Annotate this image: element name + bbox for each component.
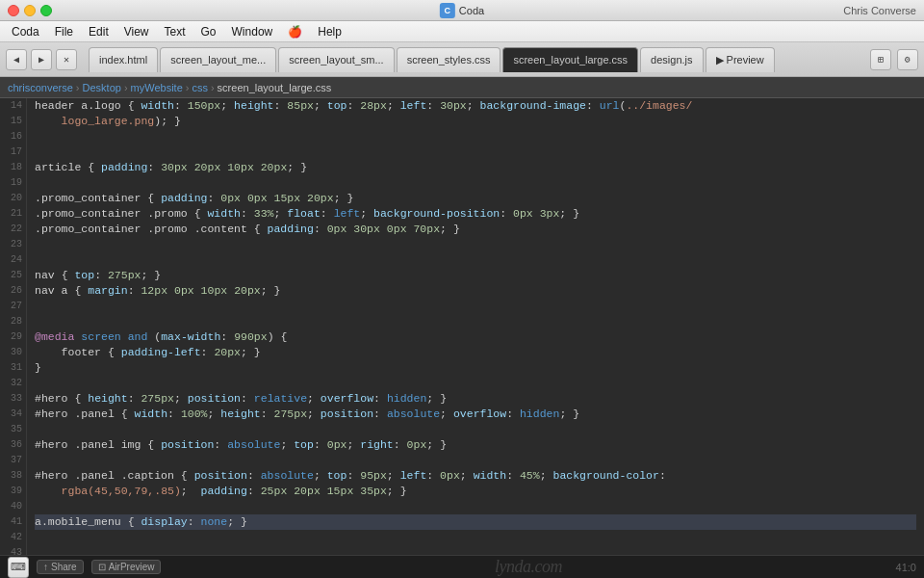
line-num-16: 16 (0, 129, 22, 144)
toolbar: ◀ ▶ ✕ index.html screen_layout_me... scr… (0, 42, 924, 77)
tab-screen-layout-sm[interactable]: screen_layout_sm... (278, 47, 394, 72)
forward-button[interactable]: ▶ (31, 49, 52, 70)
code-line-42 (35, 530, 916, 545)
line-num-14: 14 (0, 98, 22, 114)
traffic-lights (8, 5, 52, 16)
menu-go[interactable]: Go (193, 23, 224, 40)
line-num-25: 25 (0, 268, 22, 283)
menu-view[interactable]: View (116, 23, 157, 40)
line-num-40: 40 (0, 499, 22, 514)
menu-apple[interactable]: 🍎 (280, 23, 310, 40)
menu-window[interactable]: Window (224, 23, 281, 40)
line-num-33: 33 (0, 391, 22, 407)
code-line-14: header a.logo { width: 150px; height: 85… (35, 98, 916, 114)
airpreview-icon: ⊡ (98, 562, 106, 572)
code-line-34: #hero .panel { width: 100%; height: 275p… (35, 407, 916, 422)
tab-screen-styles[interactable]: screen_styles.css (397, 47, 501, 72)
code-line-20: .promo_container { padding: 0px 0px 15px… (35, 191, 916, 206)
code-line-37 (35, 453, 916, 468)
code-line-25: nav { top: 275px; } (35, 268, 916, 283)
tabs-row: index.html screen_layout_me... screen_la… (89, 47, 866, 72)
code-line-22: .promo_container .promo .content { paddi… (35, 222, 916, 237)
settings-button[interactable]: ⚙ (897, 49, 918, 70)
code-line-33: #hero { height: 275px; position: relativ… (35, 391, 916, 407)
code-line-28 (35, 314, 916, 329)
airpreview-label: AirPreview (109, 562, 155, 572)
app-title: C Coda (440, 3, 484, 18)
line-num-26: 26 (0, 283, 22, 299)
toolbar-right: ⊞ ⚙ (870, 49, 918, 70)
code-line-35 (35, 422, 916, 437)
app-icon: C (440, 3, 455, 18)
breadcrumb-css[interactable]: css (192, 82, 208, 93)
code-line-41: a.mobile_menu { display: none; } (35, 514, 916, 530)
line-num-37: 37 (0, 453, 22, 468)
minimize-button[interactable] (24, 5, 36, 16)
line-column: 41:0 (896, 562, 916, 573)
line-num-28: 28 (0, 314, 22, 329)
menu-help[interactable]: Help (310, 23, 349, 40)
code-line-36: #hero .panel img { position: absolute; t… (35, 437, 916, 453)
close-tab-button[interactable]: ✕ (56, 49, 77, 70)
line-num-38: 38 (0, 468, 22, 484)
code-line-40 (35, 499, 916, 514)
line-num-27: 27 (0, 299, 22, 314)
tab-preview[interactable]: ▶ Preview (706, 47, 775, 72)
editor-area[interactable]: 14 15 16 17 18 19 20 21 22 23 24 25 26 2… (0, 98, 924, 555)
menu-file[interactable]: File (47, 23, 81, 40)
breadcrumb-sep-4: › (211, 82, 215, 93)
breadcrumb-desktop[interactable]: Desktop (83, 82, 121, 93)
tab-label: screen_layout_me... (170, 54, 266, 66)
tab-label: screen_styles.css (407, 54, 491, 66)
menu-edit[interactable]: Edit (81, 23, 116, 40)
code-line-30: footer { padding-left: 20px; } (35, 345, 916, 360)
code-line-18: article { padding: 30px 20px 10px 20px; … (35, 160, 916, 175)
share-button[interactable]: ↑ Share (37, 560, 84, 574)
status-left: ⌨ ↑ Share ⊡ AirPreview (8, 557, 161, 578)
menu-coda[interactable]: Coda (4, 23, 47, 40)
line-numbers: 14 15 16 17 18 19 20 21 22 23 24 25 26 2… (0, 98, 27, 555)
code-line-16 (35, 129, 916, 144)
maximize-button[interactable] (40, 5, 52, 16)
code-line-26: nav a { margin: 12px 0px 10px 20px; } (35, 283, 916, 299)
menu-bar: Coda File Edit View Text Go Window 🍎 Hel… (0, 21, 924, 42)
line-num-43: 43 (0, 545, 22, 555)
code-line-23 (35, 237, 916, 252)
tab-screen-layout-me[interactable]: screen_layout_me... (160, 47, 276, 72)
code-line-24 (35, 252, 916, 268)
code-line-15: logo_large.png); } (35, 114, 916, 129)
airpreview-button[interactable]: ⊡ AirPreview (91, 560, 162, 574)
line-num-39: 39 (0, 484, 22, 499)
tab-label: screen_layout_sm... (289, 54, 383, 66)
title-bar: C Coda Chris Converse (0, 0, 924, 21)
code-line-31: } (35, 360, 916, 376)
tab-label: design.js (651, 54, 692, 66)
tab-design-js[interactable]: design.js (640, 47, 703, 72)
code-line-17 (35, 144, 916, 160)
line-num-17: 17 (0, 144, 22, 160)
tab-label: screen_layout_large.css (513, 54, 628, 66)
tab-index-html[interactable]: index.html (89, 47, 158, 72)
line-num-15: 15 (0, 114, 22, 129)
code-line-27 (35, 299, 916, 314)
terminal-icon[interactable]: ⌨ (8, 557, 29, 578)
menu-text[interactable]: Text (157, 23, 193, 40)
breadcrumb-sep-3: › (186, 82, 190, 93)
line-num-21: 21 (0, 206, 22, 222)
line-num-29: 29 (0, 329, 22, 345)
line-num-36: 36 (0, 437, 22, 453)
line-num-22: 22 (0, 222, 22, 237)
back-button[interactable]: ◀ (6, 49, 27, 70)
breadcrumb-bar: chrisconverse › Desktop › myWebsite › cs… (0, 77, 924, 98)
resize-button[interactable]: ⊞ (870, 49, 891, 70)
code-content[interactable]: header a.logo { width: 150px; height: 85… (27, 98, 924, 555)
breadcrumb-user[interactable]: chrisconverse (8, 82, 73, 93)
breadcrumb-mywebsite[interactable]: myWebsite (131, 82, 183, 93)
code-line-19 (35, 175, 916, 191)
status-bar: ⌨ ↑ Share ⊡ AirPreview lynda.com 41:0 (0, 555, 924, 578)
close-button[interactable] (8, 5, 19, 16)
line-num-34: 34 (0, 407, 22, 422)
breadcrumb-sep-1: › (76, 82, 80, 93)
tab-label: index.html (99, 54, 147, 66)
tab-screen-layout-large[interactable]: screen_layout_large.css (502, 47, 638, 72)
